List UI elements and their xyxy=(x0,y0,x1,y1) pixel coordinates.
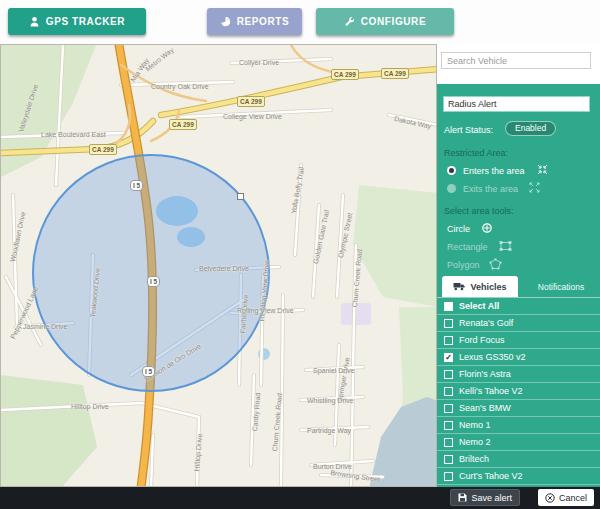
ca299-highway-shield: CA 299 xyxy=(169,119,197,130)
select-tools-label: Select area tools: xyxy=(444,206,514,216)
select-all-checkbox[interactable] xyxy=(444,302,453,311)
configure-label: CONFIGURE xyxy=(361,16,426,27)
vehicle-name: Renata's Golf xyxy=(459,318,513,328)
tool-polygon-label[interactable]: Polygon xyxy=(447,260,480,270)
wrench-icon xyxy=(344,16,355,27)
gps-tracker-button[interactable]: GPS TRACKER xyxy=(8,8,146,35)
ca299-highway-shield: CA 299 xyxy=(381,68,409,79)
vehicle-checkbox[interactable] xyxy=(444,455,453,464)
vehicle-name: Lexus GS350 v2 xyxy=(459,352,526,362)
map-canvas[interactable]: Valleydale DriveMia WayMetro WayCountry … xyxy=(0,44,437,487)
compress-area-icon xyxy=(537,164,548,175)
search-vehicle-input[interactable] xyxy=(441,52,591,69)
configure-button[interactable]: CONFIGURE xyxy=(316,8,454,35)
ca299-highway-shield: CA 299 xyxy=(331,69,359,80)
vehicle-checkbox[interactable] xyxy=(444,404,453,413)
exits-area-radio[interactable] xyxy=(447,184,456,193)
floppy-disk-icon xyxy=(458,493,467,502)
vehicle-name: Florin's Astra xyxy=(459,369,511,379)
vehicle-checkbox[interactable] xyxy=(444,438,453,447)
vehicle-row[interactable]: Nemo 2 xyxy=(437,434,600,451)
reports-label: REPORTS xyxy=(237,16,290,27)
vehicle-row[interactable]: Briltech xyxy=(437,451,600,468)
vehicle-name: Nemo 2 xyxy=(459,437,491,447)
save-alert-label: Save alert xyxy=(471,493,512,503)
street-label: Whistling Drive xyxy=(307,397,354,404)
vehicle-row[interactable]: Sean's BMW xyxy=(437,400,600,417)
vehicle-name: Sean's BMW xyxy=(459,403,511,413)
tab-vehicles-label: Vehicles xyxy=(470,282,506,292)
street-label: Country Oak Drive xyxy=(151,83,209,90)
alert-status-label: Alert Status: xyxy=(444,125,493,135)
circle-x-icon xyxy=(545,493,555,503)
cancel-button[interactable]: Cancel xyxy=(538,489,594,506)
street-label: Partridge Way xyxy=(307,427,351,434)
vehicle-row[interactable]: Florin's Astra xyxy=(437,366,600,383)
person-marker-icon xyxy=(29,16,40,27)
vehicle-checkbox[interactable] xyxy=(444,370,453,379)
alert-name-input[interactable] xyxy=(443,96,590,112)
vehicle-checkbox[interactable] xyxy=(444,336,453,345)
exits-area-label[interactable]: Exits the area xyxy=(463,184,518,194)
street-label: Rolling View Drive xyxy=(237,307,294,314)
truck-icon xyxy=(453,282,465,291)
cancel-label: Cancel xyxy=(559,493,587,503)
select-all-label: Select All xyxy=(459,301,499,311)
tab-notifications[interactable]: Notifications xyxy=(525,276,597,297)
street-label: Lake Boulevard East xyxy=(41,131,106,138)
save-alert-button[interactable]: Save alert xyxy=(450,489,520,506)
rectangle-tool-icon[interactable] xyxy=(499,240,512,252)
street-label: Spaniel Drive xyxy=(313,367,355,374)
expand-area-icon xyxy=(529,182,540,193)
bottom-bar: Save alert Cancel xyxy=(0,487,600,509)
vehicle-checkbox[interactable] xyxy=(444,387,453,396)
restricted-area-label: Restricted Area: xyxy=(444,148,508,158)
vehicle-checkbox[interactable] xyxy=(444,421,453,430)
vehicle-checkbox[interactable] xyxy=(444,472,453,481)
street-label: Belvedere Drive xyxy=(199,265,249,272)
gps-tracker-label: GPS TRACKER xyxy=(46,16,125,27)
top-toolbar: GPS TRACKER REPORTS CONFIGURE xyxy=(0,0,600,44)
vehicle-row[interactable]: ✓Lexus GS350 v2 xyxy=(437,349,600,366)
street-label: Jasmine Drive xyxy=(23,323,67,330)
gps-tracker-app: GPS TRACKER REPORTS CONFIGURE xyxy=(0,0,600,509)
alert-panel: Alert Status: Enabled Restricted Area: E… xyxy=(437,84,600,487)
vehicle-name: Kelli's Tahoe V2 xyxy=(459,386,523,396)
polygon-tool-icon[interactable] xyxy=(489,258,502,270)
vehicle-row[interactable]: Renata's Golf xyxy=(437,315,600,332)
reports-button[interactable]: REPORTS xyxy=(207,8,302,35)
vehicle-name: Curt's Tahoe V2 xyxy=(459,471,523,481)
street-label: Collyer Drive xyxy=(239,59,279,66)
vehicle-list: Select All Renata's GolfFord Focus✓Lexus… xyxy=(437,297,600,487)
vehicle-checkbox[interactable] xyxy=(444,319,453,328)
ca299-highway-shield: CA 299 xyxy=(237,96,265,107)
vehicle-row[interactable]: Ford Focus xyxy=(437,332,600,349)
tab-notifications-label: Notifications xyxy=(538,282,584,292)
vehicle-name: Ford Focus xyxy=(459,335,505,345)
vehicle-name: Nemo 1 xyxy=(459,420,491,430)
vehicle-rows: Renata's GolfFord Focus✓Lexus GS350 v2Fl… xyxy=(437,315,600,487)
street-label: College View Drive xyxy=(223,113,282,120)
vehicle-row[interactable]: Kelli's Tahoe V2 xyxy=(437,383,600,400)
circle-tool-icon[interactable] xyxy=(481,222,493,234)
select-all-row[interactable]: Select All xyxy=(437,298,600,315)
enters-area-radio[interactable] xyxy=(447,166,456,175)
enters-area-label[interactable]: Enters the area xyxy=(463,166,525,176)
tool-rectangle-label[interactable]: Rectangle xyxy=(447,242,488,252)
tool-circle-label[interactable]: Circle xyxy=(447,224,470,234)
vehicle-checkbox[interactable]: ✓ xyxy=(444,353,453,362)
i5-highway-shield: I 5 xyxy=(130,180,143,191)
street-label: Hilltop Drive xyxy=(71,403,109,410)
alert-status-toggle[interactable]: Enabled xyxy=(505,121,556,136)
tab-vehicles[interactable]: Vehicles xyxy=(442,276,518,297)
sidebar-tabs: Vehicles Notifications xyxy=(437,276,600,297)
vehicle-row[interactable]: Nemo 1 xyxy=(437,417,600,434)
alert-sidebar: Alert Status: Enabled Restricted Area: E… xyxy=(437,44,600,487)
radius-resize-handle[interactable] xyxy=(237,193,244,200)
vehicle-row[interactable]: Curt's Tahoe V2 xyxy=(437,468,600,485)
ca299-highway-shield: CA 299 xyxy=(89,144,117,155)
i5-highway-shield: I 5 xyxy=(142,366,155,377)
pie-chart-icon xyxy=(220,16,231,27)
i5-highway-shield: I 5 xyxy=(147,276,160,287)
vehicle-name: Briltech xyxy=(459,454,489,464)
